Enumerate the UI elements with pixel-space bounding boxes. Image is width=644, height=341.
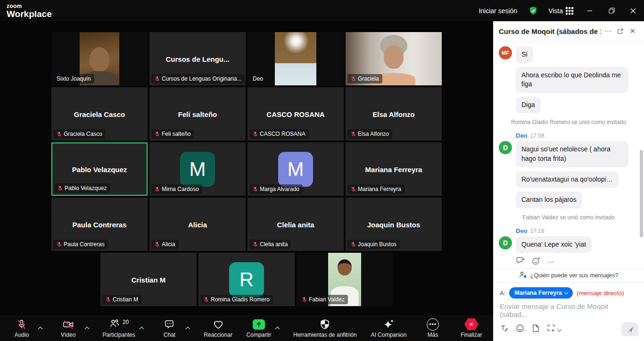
to-label: A: <box>500 290 505 297</box>
participant-tile-graciela-casco[interactable]: Graciela Casco Graciela Casco <box>50 86 149 141</box>
minimize-button[interactable] <box>579 0 601 21</box>
participant-name: Cristian M <box>100 275 197 283</box>
sign-in-button[interactable]: Iniciar sesión <box>472 7 524 15</box>
share-options-chevron[interactable] <box>275 326 280 331</box>
participant-tile-mirna-cardoso[interactable]: M Mirna Cardoso <box>149 141 247 197</box>
participant-tile-elsa-alfonzo[interactable]: Elsa Alfonzo Elsa Alfonzo <box>345 86 443 141</box>
recipient-selector[interactable]: Mariana Ferreyra <box>509 287 573 299</box>
muted-mic-icon <box>58 185 63 191</box>
chat-popout-icon[interactable] <box>614 28 627 35</box>
who-can-see-link[interactable]: ¿Quién puede ver sus mensajes? <box>493 268 644 283</box>
muted-mic-icon <box>57 131 62 137</box>
participant-avatar: M <box>180 152 215 187</box>
chat-scrollbar[interactable] <box>640 150 643 237</box>
muted-mic-icon <box>106 297 111 302</box>
file-attach-icon[interactable] <box>532 324 539 334</box>
more-icon: ••• <box>427 318 439 331</box>
participant-tile-mariana-ferreyra[interactable]: Mariana Ferreyra Mariana Ferreyra <box>345 141 443 197</box>
send-message-button[interactable] <box>621 322 638 336</box>
share-button[interactable]: Compartir <box>247 318 272 338</box>
chat-message: Ro'uenataxtagui na qo'oolopi… <box>516 171 619 188</box>
participant-name: Elsa Alfonzo <box>346 110 442 118</box>
security-shield-icon[interactable] <box>524 0 543 21</box>
participant-label: Elsa Alfonzo <box>347 129 392 139</box>
title-bar: zoom Workplace Iniciar sesión Vista <box>0 0 644 21</box>
muted-mic-icon <box>351 241 356 247</box>
participant-label: Joaquin Bustos <box>347 240 400 249</box>
recipient-row: A: Mariana Ferreyra (mensaje directo) <box>493 283 644 299</box>
participant-label: Feli salteño <box>151 129 194 139</box>
view-label: Vista <box>548 7 563 15</box>
participant-label: Cristian M <box>102 295 141 304</box>
chat-title: Curso de Moqoit (sábados de 16.... <box>499 27 601 35</box>
audio-options-chevron[interactable] <box>38 326 43 331</box>
close-window-button[interactable] <box>622 0 644 21</box>
logo-workplace: Workplace <box>7 9 52 18</box>
muted-mic-icon <box>351 131 356 137</box>
chat-message: Cantan los pájaros <box>516 191 582 208</box>
participant-label: Fabian Valdez <box>298 295 348 304</box>
add-reaction-icon[interactable] <box>532 257 541 267</box>
participant-tile-graciela[interactable]: Graciela <box>345 31 443 86</box>
participant-tile-paula-contreras[interactable]: Paula Contreras Paula Contreras <box>50 197 149 252</box>
participant-tile-marga-alvarado[interactable]: M Marga Alvarado <box>247 141 345 197</box>
view-button[interactable]: Vista <box>543 7 579 15</box>
participant-label: Sixto Joaquín <box>53 74 94 83</box>
emoji-icon[interactable] <box>516 324 524 334</box>
chat-message: Ahora escribo lo que Deolinda me figa <box>516 67 628 93</box>
participants-button[interactable]: 20 Participantes <box>102 318 135 338</box>
participant-tile-alicia[interactable]: Alicia Alicia <box>149 197 247 252</box>
end-meeting-button[interactable]: ✕ Finalizar <box>459 318 484 338</box>
participant-tile-casco-rosana[interactable]: CASCO ROSANA CASCO ROSANA <box>247 86 345 141</box>
video-button[interactable]: Vídeo <box>56 318 81 338</box>
participant-tile-cristian-m[interactable]: Cristian M Cristian M <box>99 252 198 307</box>
chat-button[interactable]: Chat <box>157 318 182 338</box>
host-tools-button[interactable]: Herramientas de anfitrión <box>293 318 357 338</box>
chat-messages[interactable]: MF Sí Ahora escribo lo que Deolinda me f… <box>493 42 644 268</box>
avatar-mf: MF <box>499 46 512 59</box>
chat-close-icon[interactable]: ✕ <box>627 27 638 35</box>
participant-tile-romina-gladis-romero[interactable]: R Romina Gladis Romero <box>198 252 296 307</box>
muted-mic-icon <box>302 297 307 302</box>
chat-more-options-icon[interactable]: ⋯ <box>601 27 614 35</box>
audio-button[interactable]: Audio <box>9 318 34 338</box>
end-call-icon: ✕ <box>464 318 479 330</box>
participant-name: Cursos de Lengu... <box>149 55 246 63</box>
message-time: 17:08 <box>530 133 545 139</box>
participant-tile-cursos-de-lenguas[interactable]: Cursos de Lengu... Cursos de Lenguas Ori… <box>149 31 247 86</box>
restore-button[interactable] <box>601 0 622 21</box>
participants-options-chevron[interactable] <box>139 326 144 331</box>
participant-tile-feli-salteno[interactable]: Feli salteño Feli salteño <box>149 86 247 141</box>
chat-options-chevron[interactable] <box>186 326 190 331</box>
format-text-icon[interactable] <box>500 324 508 334</box>
meeting-stage: Sixto Joaquín Cursos de Lengu... Cursos … <box>0 21 493 315</box>
message-time: 17:16 <box>530 228 545 234</box>
muted-mic-icon <box>253 131 258 137</box>
video-options-chevron[interactable] <box>84 326 89 331</box>
chat-panel: Curso de Moqoit (sábados de 16.... ⋯ ✕ M… <box>493 21 644 341</box>
participant-name: CASCO ROSANA <box>248 110 344 118</box>
react-button[interactable]: Reaccionar <box>204 318 232 338</box>
composer-toolbar <box>493 322 644 341</box>
reply-in-thread-icon[interactable] <box>516 257 525 267</box>
message-more-icon[interactable]: ⋯ <box>547 258 554 266</box>
screenshot-icon[interactable] <box>547 324 555 334</box>
participant-name: Pablo Velazquez <box>52 165 147 173</box>
view-grid-icon <box>566 7 573 15</box>
participant-label: Mirna Cardoso <box>151 184 202 194</box>
chat-header: Curso de Moqoit (sábados de 16.... ⋯ ✕ <box>493 21 644 42</box>
participant-tile-sixto-joaquin[interactable]: Sixto Joaquín <box>50 31 149 86</box>
chat-bubble-icon <box>164 318 175 331</box>
participant-tile-pablo-velazquez[interactable]: Pablo Velazquez Pablo Velazquez <box>50 141 149 197</box>
participant-tile-joaquin-bustos[interactable]: Joaquin Bustos Joaquin Bustos <box>345 197 443 252</box>
participant-label: Graciela Casco <box>53 129 106 139</box>
participant-tile-fabian-valdez[interactable]: Fabian Valdez <box>296 252 394 307</box>
participant-tile-deo[interactable]: Deo <box>247 31 345 86</box>
participant-name: Paula Contreras <box>51 220 148 228</box>
muted-mic-icon <box>16 318 27 331</box>
participant-tile-clelia-anita[interactable]: Clelia anita Clelia anita <box>247 197 345 252</box>
screenshot-options-chevron[interactable] <box>557 327 562 332</box>
ai-companion-button[interactable]: AI Companion <box>371 318 406 338</box>
message-input[interactable]: Enviar mensaje a Curso de Moqoit (sábad.… <box>493 299 644 322</box>
more-button[interactable]: ••• Más <box>421 318 445 338</box>
